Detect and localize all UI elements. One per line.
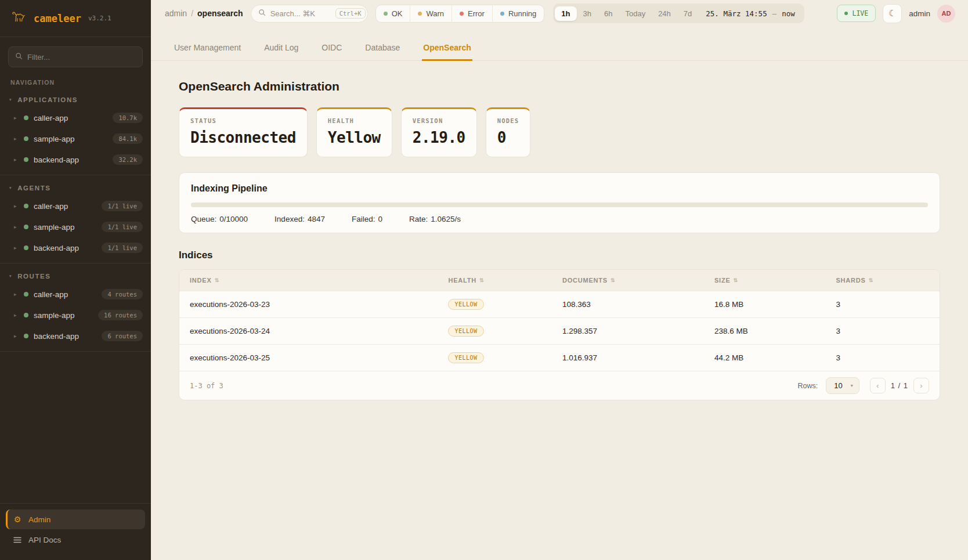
sidebar-item-agent-sample[interactable]: ▸ sample-app 1/1 live — [0, 216, 151, 237]
theme-toggle-button[interactable]: ☾ — [883, 4, 902, 23]
table-row[interactable]: executions-2026-03-25 YELLOW 1.016.937 4… — [179, 344, 940, 371]
brand-header: cameleer v3.2.1 — [0, 0, 151, 37]
rows-per-page-value: 10 — [834, 381, 842, 390]
stat-key: Queue: — [191, 215, 216, 223]
sort-icon: ⇅ — [869, 277, 873, 283]
column-header-shards[interactable]: SHARDS ⇅ — [825, 270, 940, 291]
filter-chip-label: Warn — [426, 9, 444, 18]
gear-icon: ⚙ — [13, 515, 22, 524]
topbar-right: LIVE ☾ admin AD — [837, 4, 955, 23]
sidebar-item-label: sample-app — [34, 135, 107, 143]
column-header-size[interactable]: SIZE ⇅ — [704, 270, 826, 291]
chevron-right-icon: ▸ — [14, 203, 19, 209]
chevron-right-icon: ▸ — [14, 136, 19, 142]
sidebar-item-label: backend-app — [34, 244, 96, 252]
table-row[interactable]: executions-2026-03-24 YELLOW 1.298.357 2… — [179, 317, 940, 344]
username-label: admin — [909, 9, 930, 18]
chevron-right-icon: ▸ — [14, 312, 19, 318]
table-footer: 1-3 of 3 Rows: 10 ▾ ‹ 1 / 1 › — [179, 371, 940, 400]
sidebar-footer: ⚙ Admin API Docs — [0, 503, 151, 560]
global-search[interactable]: Ctrl+K — [251, 5, 368, 23]
nodes-card: NODES 0 — [486, 107, 531, 157]
cell-documents: 108.363 — [552, 291, 704, 317]
pager: ‹ 1 / 1 › — [870, 378, 929, 393]
chevron-right-icon: ▸ — [14, 115, 19, 121]
previous-page-button[interactable]: ‹ — [870, 378, 886, 393]
pipeline-progress-bar — [191, 203, 928, 207]
tab-user-management[interactable]: User Management — [173, 37, 242, 60]
cell-documents: 1.298.357 — [552, 318, 704, 344]
count-badge: 84.1k — [113, 133, 143, 144]
time-range-today[interactable]: Today — [619, 6, 652, 21]
green-status-dot — [24, 225, 28, 229]
stat-label: HEALTH — [328, 117, 381, 124]
column-label: INDEX — [190, 277, 212, 284]
table-row[interactable]: executions-2026-03-23 YELLOW 108.363 16.… — [179, 291, 940, 317]
nav-section-routes: ▾ ROUTES ▸ caller-app 4 routes ▸ sample-… — [0, 263, 151, 352]
live-label: LIVE — [853, 9, 869, 17]
search-input[interactable] — [270, 9, 331, 18]
column-header-health[interactable]: HEALTH ⇅ — [438, 270, 552, 291]
section-title: ROUTES — [17, 273, 51, 280]
tab-audit-log[interactable]: Audit Log — [263, 37, 299, 60]
sidebar-item-app-backend[interactable]: ▸ backend-app 32.2k — [0, 149, 151, 170]
time-range-display[interactable]: 25. März 14:55 — now — [698, 9, 802, 18]
avatar[interactable]: AD — [937, 5, 955, 23]
sidebar-item-routes-sample[interactable]: ▸ sample-app 16 routes — [0, 305, 151, 326]
table-header-row: INDEX ⇅ HEALTH ⇅ DOCUMENTS ⇅ SIZE ⇅ SHAR… — [179, 270, 940, 291]
section-header-routes[interactable]: ▾ ROUTES — [0, 269, 151, 284]
sidebar-item-routes-backend[interactable]: ▸ backend-app 6 routes — [0, 326, 151, 346]
cell-size: 238.6 MB — [704, 318, 826, 344]
sort-icon: ⇅ — [215, 277, 219, 283]
column-header-index[interactable]: INDEX ⇅ — [179, 270, 438, 291]
time-range-7d[interactable]: 7d — [677, 6, 698, 21]
stat-value: Yellow — [328, 129, 381, 146]
column-header-documents[interactable]: DOCUMENTS ⇅ — [552, 270, 704, 291]
stat-label: VERSION — [413, 117, 465, 124]
live-badge[interactable]: LIVE — [837, 5, 876, 22]
time-range-24h[interactable]: 24h — [652, 6, 677, 21]
stat-value: Disconnected — [190, 129, 296, 146]
sidebar: cameleer v3.2.1 NAVIGATION ▾ APPLICATION… — [0, 0, 151, 560]
sidebar-item-admin[interactable]: ⚙ Admin — [6, 510, 145, 529]
green-status-dot — [24, 245, 28, 250]
live-dot-icon — [844, 12, 848, 15]
time-range-1h[interactable]: 1h — [555, 6, 576, 21]
routes-count-badge: 16 routes — [98, 310, 143, 320]
sidebar-item-agent-caller[interactable]: ▸ caller-app 1/1 live — [0, 196, 151, 216]
sidebar-item-app-sample[interactable]: ▸ sample-app 84.1k — [0, 128, 151, 149]
tab-database[interactable]: Database — [364, 37, 401, 60]
time-range-3h[interactable]: 3h — [577, 6, 598, 21]
sidebar-item-label: backend-app — [34, 156, 107, 164]
filter-chip-warn[interactable]: Warn — [410, 5, 452, 22]
live-count-badge: 1/1 live — [102, 201, 143, 211]
tab-opensearch[interactable]: OpenSearch — [422, 37, 472, 61]
chevron-down-icon: ▾ — [9, 97, 12, 102]
section-header-agents[interactable]: ▾ AGENTS — [0, 181, 151, 196]
tab-oidc[interactable]: OIDC — [320, 37, 343, 60]
stat-value: 2.19.0 — [413, 129, 465, 146]
camel-logo-icon — [10, 9, 28, 27]
breadcrumb-parent[interactable]: admin — [165, 9, 187, 18]
filter-input[interactable] — [27, 53, 136, 62]
column-label: SHARDS — [836, 277, 865, 284]
sidebar-item-label: backend-app — [34, 332, 96, 341]
sidebar-item-agent-backend[interactable]: ▸ backend-app 1/1 live — [0, 237, 151, 258]
stat-key: Indexed: — [274, 215, 305, 223]
sort-icon: ⇅ — [611, 277, 615, 283]
green-status-dot — [24, 115, 28, 120]
topbar: admin / opensearch Ctrl+K OK Warn Error — [151, 0, 968, 27]
sidebar-item-app-caller[interactable]: ▸ caller-app 10.7k — [0, 107, 151, 128]
sidebar-item-api-docs[interactable]: API Docs — [6, 530, 145, 550]
filter-chip-running[interactable]: Running — [492, 5, 544, 22]
time-range-6h[interactable]: 6h — [598, 6, 619, 21]
filter-chip-ok[interactable]: OK — [376, 5, 410, 22]
sidebar-item-routes-caller[interactable]: ▸ caller-app 4 routes — [0, 284, 151, 305]
filter-chip-error[interactable]: Error — [452, 5, 492, 22]
sidebar-filter[interactable] — [8, 46, 143, 67]
rows-per-page-select[interactable]: 10 ▾ — [826, 377, 859, 394]
next-page-button[interactable]: › — [913, 378, 929, 393]
chevron-right-icon: ▸ — [14, 245, 19, 251]
cell-health: YELLOW — [438, 291, 552, 317]
section-header-applications[interactable]: ▾ APPLICATIONS — [0, 93, 151, 107]
